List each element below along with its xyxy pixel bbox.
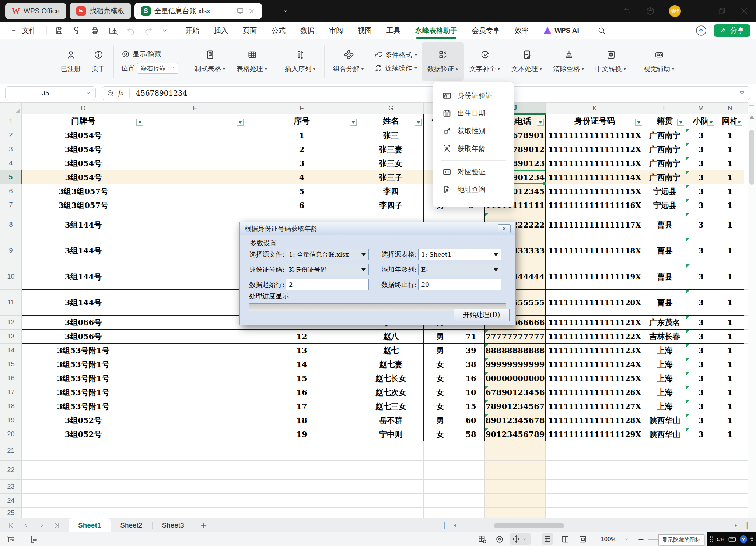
undo-icon[interactable] <box>126 26 135 35</box>
cell-I18[interactable]: 15 <box>457 399 485 413</box>
cell-E21[interactable] <box>145 441 245 461</box>
row-header-14[interactable]: 14 <box>0 344 22 357</box>
visual-aid-button[interactable]: 视觉辅助 <box>638 42 680 81</box>
formula-input[interactable]: fx 45678901234 <box>102 86 750 100</box>
cell-O7[interactable] <box>744 198 748 212</box>
tab-docer-templates[interactable]: ❧ 找稻壳模板 <box>70 3 131 19</box>
cell-M10[interactable]: 3 <box>686 264 716 290</box>
cell-F18[interactable]: 17 <box>245 399 358 413</box>
cell-K9[interactable]: 11111111111111118X <box>546 237 644 264</box>
cell-F24[interactable] <box>245 494 358 508</box>
v-split-handle[interactable] <box>749 105 754 106</box>
continuous-op-button[interactable]: 连续操作 <box>374 64 417 73</box>
name-box[interactable]: J5 <box>5 86 96 100</box>
cell-D23[interactable] <box>22 480 145 494</box>
menu-item[interactable]: 插入 <box>214 22 228 39</box>
zoom-out-icon[interactable] <box>106 89 115 97</box>
row-header-20[interactable]: 20 <box>0 427 22 441</box>
cell-D13[interactable]: 3组056号 <box>22 330 145 344</box>
cell-NN19[interactable]: 1 <box>716 413 744 427</box>
filter-button[interactable] <box>350 119 357 126</box>
cell-E18[interactable] <box>145 399 245 413</box>
cell-G17[interactable]: 赵七次女 <box>358 385 424 399</box>
cell-O13[interactable] <box>744 330 748 344</box>
cell-NN17[interactable]: 1 <box>716 385 744 399</box>
sheet-tab-sheet3[interactable]: Sheet3 <box>153 518 194 533</box>
row-header-15[interactable]: 15 <box>0 357 22 371</box>
cell-D12[interactable]: 3组066号 <box>22 316 145 330</box>
cell-F15[interactable]: 14 <box>245 357 358 371</box>
last-sheet-icon[interactable] <box>54 522 60 529</box>
search-icon[interactable] <box>597 26 606 35</box>
cell-K12[interactable]: 11111111111111121X <box>546 316 644 330</box>
cell-J13[interactable]: 77777777777 <box>485 330 546 344</box>
cell-NN4[interactable]: 1 <box>716 156 744 170</box>
header-cell-o[interactable] <box>744 114 748 128</box>
cell-K6[interactable]: 11111111111111115X <box>546 184 644 198</box>
move-tool-button[interactable] <box>510 533 531 545</box>
cell-O23[interactable] <box>744 480 748 494</box>
cell-F3[interactable]: 2 <box>245 142 358 156</box>
cell-G15[interactable]: 赵七妻 <box>358 357 424 371</box>
share-button[interactable]: 分享 <box>714 24 750 37</box>
source-sheet-select[interactable]: 1: Sheet1 <box>418 249 501 260</box>
scroll-left-icon[interactable] <box>452 518 458 533</box>
cell-G25[interactable] <box>358 508 424 518</box>
cell-K16[interactable]: 11111111111111125X <box>546 371 644 385</box>
row-header-12[interactable]: 12 <box>0 316 22 330</box>
vertical-scrollbar[interactable] <box>748 102 756 518</box>
cell-I15[interactable]: 38 <box>457 357 485 371</box>
cell-D9[interactable]: 3组144号 <box>22 237 145 264</box>
cell-M17[interactable]: 3 <box>686 385 716 399</box>
zoom-out-button[interactable] <box>637 532 645 546</box>
zoom-level[interactable]: 100% <box>601 532 616 546</box>
new-tab-icon[interactable] <box>269 7 277 15</box>
dialog-close-button[interactable]: X <box>498 224 511 233</box>
text-complete-button[interactable]: 文字补全 <box>464 42 506 81</box>
zoom-chevron[interactable] <box>624 532 629 546</box>
menu-item[interactable]: 审阅 <box>329 22 343 39</box>
cell-J22[interactable] <box>485 461 546 480</box>
menu-item[interactable]: 数据 <box>300 22 314 39</box>
cell-H15[interactable]: 女 <box>424 357 457 371</box>
cell-H25[interactable] <box>424 508 457 518</box>
cell-I14[interactable]: 39 <box>457 344 485 357</box>
cell-G24[interactable] <box>358 494 424 508</box>
cell-O16[interactable] <box>744 371 748 385</box>
tray-scroll-arrows[interactable] <box>750 535 753 543</box>
cell-H21[interactable] <box>424 441 457 461</box>
cell-K2[interactable]: 11111111111111111X <box>546 128 644 142</box>
avatar[interactable]: 杨峰 <box>669 5 681 17</box>
col-header-L[interactable]: L <box>644 103 686 114</box>
text-process-button[interactable]: 文本处理 <box>506 42 548 81</box>
first-sheet-icon[interactable] <box>7 522 14 529</box>
row-header-25[interactable]: 25 <box>0 508 22 518</box>
cell-K13[interactable]: 11111111111111122X <box>546 330 644 344</box>
cell-M13[interactable]: 3 <box>686 330 716 344</box>
cloud-upload-icon[interactable] <box>695 25 707 36</box>
cell-O11[interactable] <box>744 290 748 316</box>
col-header-N[interactable]: N <box>716 103 744 114</box>
cell-O6[interactable] <box>744 184 748 198</box>
menu-item-出生日期[interactable]: 出生日期 <box>433 105 514 122</box>
cell-E20[interactable] <box>145 427 245 441</box>
cell-D15[interactable]: 3组53号附1号 <box>22 357 145 371</box>
cell-NN15[interactable]: 1 <box>716 357 744 371</box>
col-header-E[interactable]: E <box>145 103 245 114</box>
cell-D25[interactable] <box>22 508 145 518</box>
cell-F4[interactable]: 3 <box>245 156 358 170</box>
data-validation-button[interactable]: 数据验证 <box>422 42 464 81</box>
cell-NN18[interactable]: 1 <box>716 399 744 413</box>
cell-J19[interactable]: 89012345678 <box>485 413 546 427</box>
sheet-tab-sheet2[interactable]: Sheet2 <box>111 518 152 533</box>
chinese-convert-button[interactable]: 中文转换 <box>590 42 632 81</box>
header-cell-l[interactable]: 籍贯 <box>644 114 686 128</box>
cell-L16[interactable]: 上海 <box>644 371 686 385</box>
cell-M19[interactable]: 3 <box>686 413 716 427</box>
menu-item-地址查询[interactable]: 地址查询 <box>433 181 514 198</box>
combine-split-button[interactable]: 组合分解 <box>328 42 370 81</box>
header-cell-k[interactable]: 身份证号码 <box>546 114 644 128</box>
cell-D5[interactable]: 3组054号 <box>22 170 145 184</box>
cell-L2[interactable]: 广西南宁 <box>644 128 686 142</box>
cell-E2[interactable] <box>145 128 245 142</box>
